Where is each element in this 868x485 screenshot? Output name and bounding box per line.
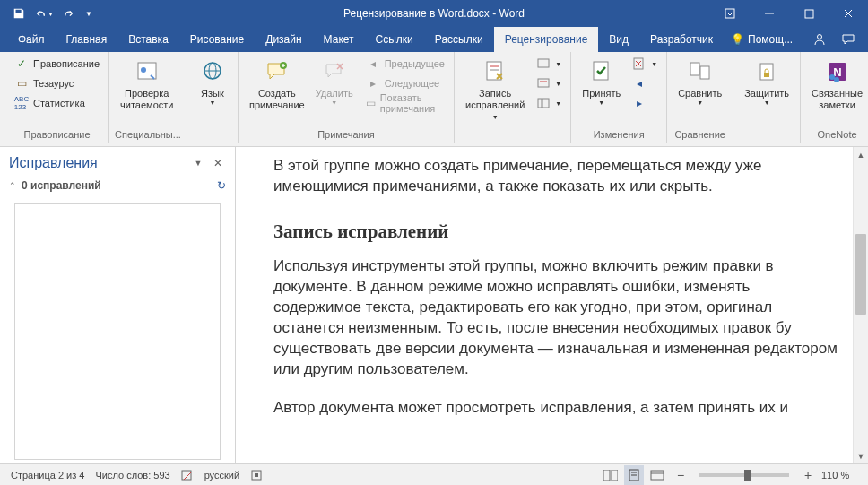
tab-developer[interactable]: Разработчик: [639, 27, 724, 52]
zoom-thumb[interactable]: [744, 470, 751, 481]
new-comment-l1: Создать: [258, 88, 296, 100]
close-button[interactable]: [829, 0, 868, 27]
protect-button[interactable]: Защитить ▼: [739, 54, 794, 110]
tab-layout[interactable]: Макет: [313, 27, 365, 52]
tab-design[interactable]: Дизайн: [255, 27, 312, 52]
svg-point-7: [141, 67, 146, 73]
reject-icon: [632, 56, 647, 71]
accept-button[interactable]: Принять ▼: [577, 54, 626, 110]
scroll-up-button[interactable]: ▲: [854, 147, 868, 162]
document-content: В этой группе можно создать примечание, …: [273, 156, 838, 428]
accept-icon: [587, 57, 616, 86]
next-change-icon: ▸: [632, 96, 647, 110]
heading-1: Запись исправлений: [273, 219, 838, 244]
read-mode-button[interactable]: [601, 465, 621, 485]
zoom-level[interactable]: 110 %: [821, 470, 859, 481]
language-status[interactable]: русский: [204, 470, 239, 481]
compare-button[interactable]: Сравнить ▼: [673, 54, 727, 110]
tab-references[interactable]: Ссылки: [365, 27, 424, 52]
language-button[interactable]: Язык ▼: [193, 54, 232, 110]
refresh-button[interactable]: ↻: [217, 179, 226, 192]
pane-menu-button[interactable]: ▼: [190, 155, 206, 171]
scroll-thumb[interactable]: [855, 234, 866, 315]
maximize-button[interactable]: [789, 0, 829, 27]
tab-file[interactable]: Файл: [7, 27, 56, 52]
status-bar: Страница 2 из 4 Число слов: 593 русский …: [0, 463, 868, 485]
group-changes: Принять ▼ ▼ ◂ ▸ Изменения: [571, 52, 667, 143]
word-count[interactable]: Число слов: 593: [95, 470, 169, 481]
ribbon-tabs: Файл Главная Вставка Рисование Дизайн Ма…: [0, 27, 868, 52]
zoom-in-button[interactable]: +: [798, 465, 818, 485]
tab-home[interactable]: Главная: [56, 27, 118, 52]
pane-icon: [536, 96, 551, 110]
tab-review[interactable]: Рецензирование: [494, 27, 599, 52]
group-accessibility-label: Специальны...: [115, 129, 181, 143]
tab-mailings[interactable]: Рассылки: [424, 27, 494, 52]
svg-rect-21: [542, 99, 549, 108]
show-label: Показать примечания: [380, 92, 445, 114]
undo-button[interactable]: ▼: [32, 3, 56, 24]
next-label: Следующее: [385, 78, 440, 89]
new-comment-button[interactable]: Создать примечание: [244, 54, 310, 114]
comment-delete-icon: [320, 57, 349, 86]
tab-view[interactable]: Вид: [598, 27, 639, 52]
qat-customize-button[interactable]: ▼: [82, 3, 95, 24]
revisions-pane: Исправления ▼ ✕ ⌃ 0 исправлений ↻: [0, 147, 236, 463]
readability-icon: [133, 57, 161, 86]
spelling-button[interactable]: ✓Правописание: [11, 54, 103, 74]
group-compare: Сравнить ▼ Сравнение: [667, 52, 733, 143]
group-onenote: N Связанные заметки OneNote: [801, 52, 868, 143]
ribbon-options-button[interactable]: [710, 0, 750, 27]
macro-status[interactable]: [250, 469, 263, 481]
track-changes-button[interactable]: Запись исправлений ▼: [460, 54, 530, 126]
readability-button[interactable]: Проверка читаемости: [115, 54, 178, 114]
statistics-button[interactable]: ABC123Статистика: [11, 93, 103, 113]
redo-button[interactable]: [57, 3, 81, 24]
tab-insert[interactable]: Вставка: [117, 27, 179, 52]
scroll-track[interactable]: [854, 162, 868, 448]
document-area[interactable]: В этой группе можно создать примечание, …: [236, 147, 868, 463]
ribbon: ✓Правописание ▭Тезаурус ABC123Статистика…: [0, 52, 868, 147]
onenote-icon: N: [823, 57, 852, 86]
compare-label: Сравнить: [678, 88, 722, 100]
display-dropdown[interactable]: ▼: [533, 54, 565, 74]
web-layout-button[interactable]: [647, 465, 667, 485]
tell-me-button[interactable]: 💡 Помощ...: [724, 27, 800, 52]
vertical-scrollbar[interactable]: ▲ ▼: [853, 147, 868, 463]
svg-rect-2: [805, 10, 813, 18]
scroll-down-button[interactable]: ▼: [854, 448, 868, 463]
tab-draw[interactable]: Рисование: [179, 27, 255, 52]
check-icon: ✓: [14, 56, 29, 71]
page-indicator[interactable]: Страница 2 из 4: [11, 470, 84, 481]
delete-comment-button: Удалить ▼: [310, 54, 359, 110]
svg-rect-17: [538, 59, 549, 67]
show-markup-dropdown[interactable]: ▼: [533, 74, 565, 93]
pane-title: Исправления: [9, 155, 98, 171]
group-onenote-label: OneNote: [806, 129, 868, 143]
share-button[interactable]: [807, 27, 832, 52]
print-layout-button[interactable]: [624, 465, 644, 485]
linked-l2: заметки: [819, 100, 855, 111]
spellcheck-status[interactable]: [181, 469, 194, 481]
next-change-button[interactable]: ▸: [629, 93, 661, 113]
prev-change-button[interactable]: ◂: [629, 74, 661, 93]
reviewing-pane-dropdown[interactable]: ▼: [533, 93, 565, 113]
accept-label: Принять: [582, 88, 621, 100]
minimize-button[interactable]: [750, 0, 789, 27]
para-3: Автор документа может просмотреть исправ…: [273, 398, 838, 419]
track-l2: исправлений: [465, 100, 525, 110]
workspace: Исправления ▼ ✕ ⌃ 0 исправлений ↻ В этой…: [0, 147, 868, 463]
svg-rect-38: [255, 473, 258, 477]
reject-dropdown[interactable]: ▼: [629, 54, 661, 74]
comments-button[interactable]: [836, 27, 861, 52]
collapse-icon[interactable]: ⌃: [9, 181, 16, 190]
thesaurus-button[interactable]: ▭Тезаурус: [11, 74, 103, 93]
tell-me-label: Помощ...: [748, 33, 793, 46]
zoom-out-button[interactable]: −: [671, 465, 690, 485]
title-bar: ▼ ▼ Рецензирование в Word.docx - Word: [0, 0, 868, 27]
save-button[interactable]: [7, 3, 30, 24]
group-tracking: Запись исправлений ▼ ▼ ▼ ▼: [455, 52, 571, 143]
zoom-slider[interactable]: [699, 473, 789, 477]
linked-notes-button[interactable]: N Связанные заметки: [806, 54, 868, 114]
pane-close-button[interactable]: ✕: [210, 155, 226, 171]
